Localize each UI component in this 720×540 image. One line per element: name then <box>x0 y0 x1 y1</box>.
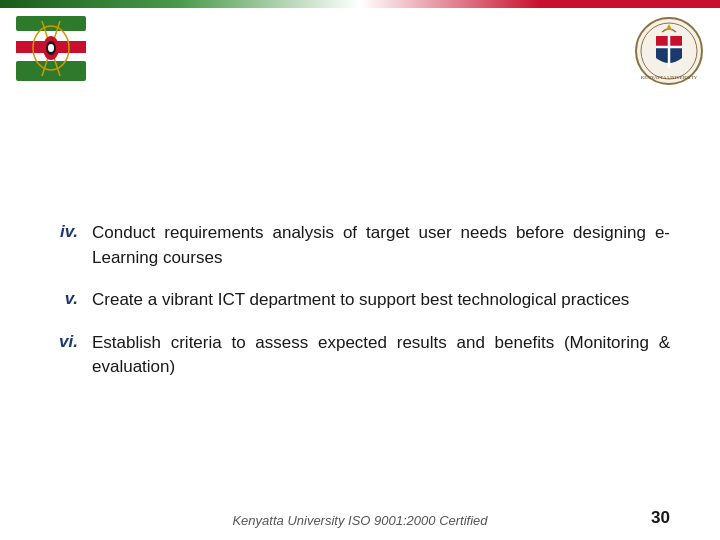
logo-right: KENYATTA UNIVERSITY <box>634 16 704 86</box>
top-section: KENYATTA UNIVERSITY <box>0 8 720 86</box>
svg-text:KENYATTA UNIVERSITY: KENYATTA UNIVERSITY <box>641 75 698 80</box>
list-marker-iv: iv. <box>50 221 78 242</box>
list-item: iv. Conduct requirements analysis of tar… <box>50 221 670 270</box>
slide-container: KENYATTA UNIVERSITY iv. Conduct requirem… <box>0 0 720 540</box>
header-bar <box>0 0 720 8</box>
list-text-v: Create a vibrant ICT department to suppo… <box>92 288 670 313</box>
svg-rect-1 <box>16 16 86 31</box>
svg-rect-5 <box>16 61 86 81</box>
list-text-iv: Conduct requirements analysis of target … <box>92 221 670 270</box>
list-text-vi: Establish criteria to assess expected re… <box>92 331 670 380</box>
list-item: vi. Establish criteria to assess expecte… <box>50 331 670 380</box>
list-marker-v: v. <box>50 288 78 309</box>
page-number: 30 <box>651 508 670 528</box>
content-area: iv. Conduct requirements analysis of tar… <box>0 86 720 505</box>
svg-point-11 <box>48 44 54 52</box>
footer: Kenyatta University ISO 9001:2000 Certif… <box>0 505 720 540</box>
logo-left <box>16 16 86 81</box>
list-marker-vi: vi. <box>50 331 78 352</box>
list-items: iv. Conduct requirements analysis of tar… <box>50 221 670 380</box>
certification-text: Kenyatta University ISO 9001:2000 Certif… <box>232 513 487 528</box>
list-item: v. Create a vibrant ICT department to su… <box>50 288 670 313</box>
